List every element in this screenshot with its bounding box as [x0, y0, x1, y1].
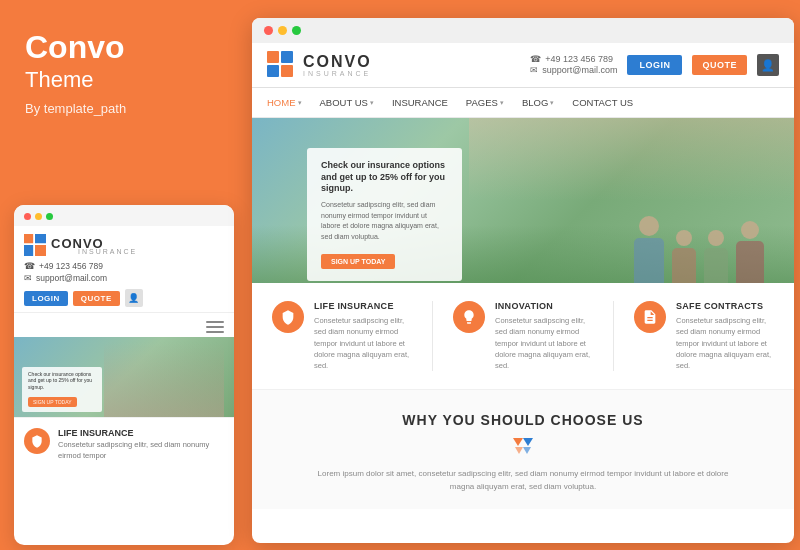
chevron-icon-home: ▾ — [298, 99, 302, 107]
mobile-quote-button[interactable]: QUOTE — [73, 291, 120, 306]
svg-rect-4 — [267, 51, 279, 63]
chevron-icon-blog: ▾ — [550, 99, 554, 107]
mobile-user-button[interactable]: 👤 — [125, 289, 143, 307]
mobile-login-button[interactable]: LOGIN — [24, 291, 68, 306]
desktop-user-button[interactable]: 👤 — [757, 54, 779, 76]
desktop-email: support@mail.com — [542, 65, 617, 75]
shield-icon — [30, 434, 44, 448]
mobile-hero-title: Check our insurance options and get up t… — [28, 371, 96, 391]
menu-label-insurance: INSURANCE — [392, 97, 448, 108]
desktop-phone: +49 123 456 789 — [545, 54, 613, 64]
svg-marker-10 — [515, 447, 523, 454]
mobile-feature-content: LIFE INSURANCE Consetetur sadipscing eli… — [58, 428, 224, 461]
desktop-email-row: ✉ support@mail.com — [530, 65, 617, 75]
menu-label-contact: CONTACT US — [572, 97, 633, 108]
mobile-feature-icon — [24, 428, 50, 454]
desktop-hero-title: Check our insurance options and get up t… — [321, 160, 448, 195]
feature-life-text: Consetetur sadipscing elitr, sed diam no… — [314, 315, 412, 371]
feature-innovation-title: INNOVATION — [495, 301, 593, 311]
menu-item-home[interactable]: HOME ▾ — [267, 97, 302, 108]
svg-marker-8 — [513, 438, 523, 446]
chevron-icon-pages: ▾ — [500, 99, 504, 107]
desktop-dot-red — [264, 26, 273, 35]
desktop-feature-safe-contracts: SAFE CONTRACTS Consetetur sadipscing eli… — [634, 301, 774, 371]
feature-divider-2 — [613, 301, 614, 371]
menu-item-blog[interactable]: BLOG ▾ — [522, 97, 554, 108]
desktop-logo-name: CONVO — [303, 54, 372, 70]
svg-marker-0 — [24, 234, 33, 243]
desktop-logo-text: CONVO INSURANCE — [303, 54, 372, 77]
mobile-mockup: CONVO INSURANCE ☎ +49 123 456 789 ✉ supp… — [14, 205, 234, 545]
bulb-icon — [461, 309, 477, 325]
menu-item-about[interactable]: ABOUT US ▾ — [320, 97, 374, 108]
hamburger-button[interactable] — [206, 321, 224, 333]
desktop-phone-icon: ☎ — [530, 54, 541, 64]
desktop-phone-row: ☎ +49 123 456 789 — [530, 54, 617, 64]
feature-icon-innovation — [453, 301, 485, 333]
mobile-phone: ☎ +49 123 456 789 — [24, 261, 224, 271]
desktop-quote-button[interactable]: QUOTE — [692, 55, 747, 75]
desktop-why-icon — [272, 436, 774, 458]
desktop-why-title: WHY YOU SHOULD CHOOSE US — [272, 412, 774, 428]
svg-marker-11 — [523, 447, 531, 454]
desktop-hero-text: Consetetur sadipscing elitr, sed diam no… — [321, 200, 448, 242]
desktop-dot-green — [292, 26, 301, 35]
mobile-feature-item: LIFE INSURANCE Consetetur sadipscing eli… — [14, 417, 234, 466]
feature-icon-safe-contracts — [634, 301, 666, 333]
mobile-dot-yellow — [35, 213, 42, 220]
hamburger-line-1 — [206, 321, 224, 323]
menu-item-pages[interactable]: PAGES ▾ — [466, 97, 504, 108]
feature-innovation-text: Consetetur sadipscing elitr, sed diam no… — [495, 315, 593, 371]
desktop-logo: CONVO INSURANCE — [267, 51, 372, 79]
svg-marker-3 — [35, 245, 46, 256]
feature-innovation-content: INNOVATION Consetetur sadipscing elitr, … — [495, 301, 593, 371]
mobile-dot-green — [46, 213, 53, 220]
menu-label-about: ABOUT US — [320, 97, 368, 108]
feature-icon-life-insurance — [272, 301, 304, 333]
desktop-titlebar — [252, 18, 794, 43]
desktop-hero-cta[interactable]: SIGN UP TODAY — [321, 254, 395, 269]
svg-rect-7 — [281, 65, 293, 77]
desktop-hero-overlay: Check our insurance options and get up t… — [307, 148, 462, 281]
feature-life-title: LIFE INSURANCE — [314, 301, 412, 311]
svg-rect-5 — [281, 51, 293, 63]
mobile-logo: CONVO INSURANCE — [24, 234, 224, 256]
feature-life-content: LIFE INSURANCE Consetetur sadipscing eli… — [314, 301, 412, 371]
mobile-feature-title: LIFE INSURANCE — [58, 428, 224, 438]
hamburger-line-2 — [206, 326, 224, 328]
brand-subtitle: Theme — [25, 67, 223, 93]
menu-label-home: HOME — [267, 97, 296, 108]
mobile-header: CONVO INSURANCE ☎ +49 123 456 789 ✉ supp… — [14, 226, 234, 313]
menu-item-contact[interactable]: CONTACT US — [572, 97, 633, 108]
email-icon: ✉ — [24, 273, 32, 283]
desktop-login-button[interactable]: LOGIN — [627, 55, 682, 75]
chevrons-icon — [508, 436, 538, 458]
feature-contracts-text: Consetetur sadipscing elitr, sed diam no… — [676, 315, 774, 371]
desktop-feature-life-insurance: LIFE INSURANCE Consetetur sadipscing eli… — [272, 301, 412, 371]
mobile-logo-tagline: INSURANCE — [78, 248, 137, 255]
desktop-hero: Check our insurance options and get up t… — [252, 118, 794, 283]
brand-author: By template_path — [25, 101, 223, 116]
svg-marker-2 — [24, 245, 33, 256]
mobile-hero-overlay: Check our insurance options and get up t… — [22, 367, 102, 413]
desktop-logo-icon — [267, 51, 295, 79]
svg-rect-6 — [267, 65, 279, 77]
left-panel: Convo Theme By template_path CONVO INSUR… — [0, 0, 248, 550]
mobile-hamburger-area — [14, 313, 234, 337]
mobile-hero-cta[interactable]: SIGN UP TODAY — [28, 397, 77, 407]
user-icon: 👤 — [128, 293, 139, 303]
menu-item-insurance[interactable]: INSURANCE — [392, 97, 448, 108]
mobile-buttons: LOGIN QUOTE 👤 — [24, 289, 224, 307]
contract-icon — [642, 309, 658, 325]
desktop-logo-tagline: INSURANCE — [303, 70, 372, 77]
mobile-email-address: support@mail.com — [36, 273, 107, 283]
menu-label-pages: PAGES — [466, 97, 498, 108]
mobile-logo-icon — [24, 234, 46, 256]
mobile-email: ✉ support@mail.com — [24, 273, 224, 283]
svg-marker-9 — [523, 438, 533, 446]
desktop-features: LIFE INSURANCE Consetetur sadipscing eli… — [252, 283, 794, 390]
desktop-why-text: Lorem ipsum dolor sit amet, consetetur s… — [313, 468, 733, 494]
menu-label-blog: BLOG — [522, 97, 548, 108]
phone-icon: ☎ — [24, 261, 35, 271]
shield-person-icon — [280, 309, 296, 325]
